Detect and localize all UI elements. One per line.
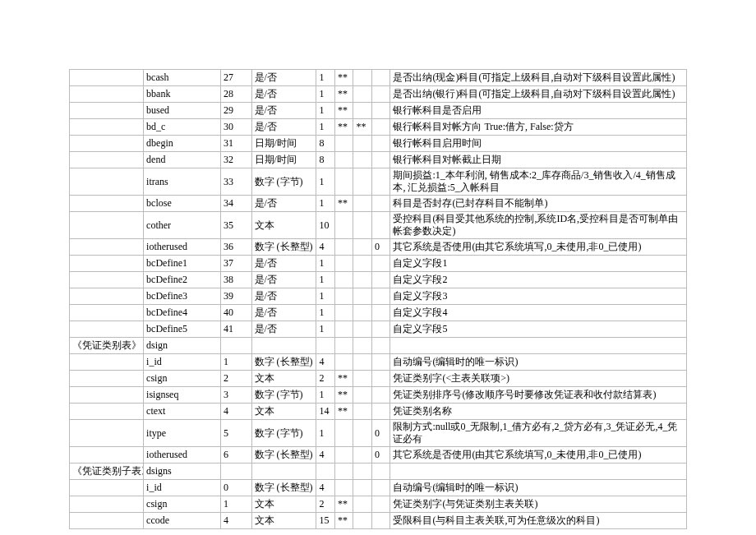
field-length: 1 <box>316 272 335 288</box>
description: 期间损益:1_本年利润, 销售成本:2_库存商品/3_销售收入/4_销售成本, … <box>390 168 687 196</box>
group-name <box>70 404 144 420</box>
flag-a: ** <box>334 119 353 136</box>
table-row: i_id0数字 (长整型)4自动编号(编辑时的唯一标识) <box>70 480 687 496</box>
field-name: bbank <box>144 86 221 103</box>
flag-a: ** <box>334 387 353 404</box>
description: 自定义字段1 <box>390 256 687 272</box>
field-name: bd_c <box>144 119 221 136</box>
field-type <box>251 338 316 354</box>
flag-b <box>353 288 372 305</box>
field-type: 日期/时间 <box>251 136 316 152</box>
group-name <box>70 256 144 272</box>
group-name <box>70 371 144 387</box>
default-value <box>371 212 390 239</box>
flag-b: ** <box>353 119 372 136</box>
field-length: 4 <box>316 480 335 496</box>
default-value <box>371 272 390 288</box>
table-row: dend32日期/时间8银行帐科目对帐截止日期 <box>70 152 687 168</box>
field-name: csign <box>144 371 221 387</box>
flag-a <box>334 272 353 288</box>
field-length: 1 <box>316 305 335 321</box>
default-value <box>371 338 390 354</box>
table-row: itrans33数字 (字节)1期间损益:1_本年利润, 销售成本:2_库存商品… <box>70 168 687 196</box>
default-value <box>371 371 390 387</box>
field-name: itype <box>144 420 221 447</box>
flag-b <box>353 168 372 196</box>
description: 自动编号(编辑时的唯一标识) <box>390 480 687 496</box>
flag-b <box>353 464 372 480</box>
field-length: 1 <box>316 387 335 404</box>
default-value <box>371 480 390 496</box>
flag-b <box>353 338 372 354</box>
field-index: 2 <box>220 371 251 387</box>
field-type: 是/否 <box>251 321 316 338</box>
field-index: 40 <box>220 305 251 321</box>
field-name: iotherused <box>144 239 221 256</box>
field-length: 1 <box>316 321 335 338</box>
group-name <box>70 239 144 256</box>
default-value <box>371 256 390 272</box>
group-name <box>70 420 144 447</box>
group-name <box>70 70 144 86</box>
flag-a <box>334 321 353 338</box>
table-row: isignseq3数字 (字节)1**凭证类别排序号(修改顺序号时要修改凭证表和… <box>70 387 687 404</box>
description <box>390 338 687 354</box>
table-row: bclose34是/否1**科目是否封存(已封存科目不能制单) <box>70 196 687 212</box>
default-value: 0 <box>371 420 390 447</box>
flag-a <box>334 136 353 152</box>
table-row: bcDefine238是/否1自定义字段2 <box>70 272 687 288</box>
field-type: 数字 (长整型) <box>251 447 316 464</box>
field-index: 28 <box>220 86 251 103</box>
flag-a: ** <box>334 103 353 119</box>
flag-b <box>353 196 372 212</box>
field-index: 32 <box>220 152 251 168</box>
default-value <box>371 103 390 119</box>
description: 银行帐科目是否启用 <box>390 103 687 119</box>
flag-a <box>334 354 353 371</box>
table-row: ccode4文本15**受限科目(与科目主表关联,可为任意级次的科目) <box>70 513 687 529</box>
field-index: 27 <box>220 70 251 86</box>
description: 自定义字段2 <box>390 272 687 288</box>
flag-a <box>334 338 353 354</box>
table-row: cother35文本10受控科目(科目受其他系统的控制,系统ID名,受控科目是否… <box>70 212 687 239</box>
default-value <box>371 86 390 103</box>
flag-b <box>353 305 372 321</box>
default-value <box>371 136 390 152</box>
field-index: 1 <box>220 354 251 371</box>
description: 受限科目(与科目主表关联,可为任意级次的科目) <box>390 513 687 529</box>
flag-a: ** <box>334 86 353 103</box>
default-value <box>371 464 390 480</box>
field-length: 14 <box>316 404 335 420</box>
table-row: bcDefine137是/否1自定义字段1 <box>70 256 687 272</box>
table-row: bcDefine440是/否1自定义字段4 <box>70 305 687 321</box>
description: 限制方式:null或0_无限制,1_借方必有,2_贷方必有,3_凭证必无,4_凭… <box>390 420 687 447</box>
flag-b <box>353 404 372 420</box>
field-index: 4 <box>220 513 251 529</box>
field-type: 文本 <box>251 513 316 529</box>
field-type: 是/否 <box>251 272 316 288</box>
default-value <box>371 354 390 371</box>
default-value <box>371 168 390 196</box>
table-row: csign1文本2**凭证类别字(与凭证类别主表关联) <box>70 496 687 513</box>
field-length: 1 <box>316 288 335 305</box>
flag-b <box>353 103 372 119</box>
field-length: 2 <box>316 496 335 513</box>
field-type: 是/否 <box>251 86 316 103</box>
flag-b <box>353 420 372 447</box>
flag-b <box>353 496 372 513</box>
field-type: 是/否 <box>251 256 316 272</box>
field-index: 38 <box>220 272 251 288</box>
flag-a <box>334 420 353 447</box>
field-index: 29 <box>220 103 251 119</box>
field-index: 31 <box>220 136 251 152</box>
field-length <box>316 338 335 354</box>
description: 自定义字段5 <box>390 321 687 338</box>
flag-b <box>353 239 372 256</box>
table-row: ctext4文本14**凭证类别名称 <box>70 404 687 420</box>
description: 自定义字段4 <box>390 305 687 321</box>
default-value <box>371 196 390 212</box>
flag-b <box>353 513 372 529</box>
field-length: 8 <box>316 136 335 152</box>
table-body: bcash27是/否1**是否出纳(现金)科目(可指定上级科目,自动对下级科目设… <box>70 70 687 529</box>
field-index: 5 <box>220 420 251 447</box>
